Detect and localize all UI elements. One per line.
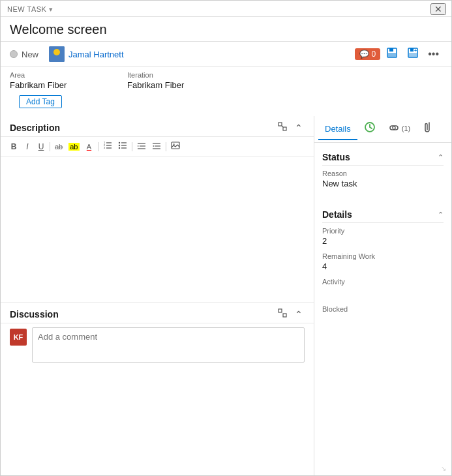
activity-label: Activity bbox=[322, 278, 444, 286]
reason-value[interactable]: New task bbox=[322, 179, 444, 188]
blocked-value[interactable] bbox=[322, 314, 444, 326]
status-header: Status ⌃ bbox=[322, 148, 444, 166]
svg-rect-12 bbox=[279, 123, 282, 126]
highlight-button[interactable]: ab bbox=[66, 141, 82, 152]
description-editor[interactable] bbox=[1, 156, 128, 300]
priority-field: Priority 2 bbox=[322, 227, 444, 246]
blocked-field: Blocked bbox=[322, 305, 444, 326]
svg-text:3: 3 bbox=[104, 146, 106, 149]
details-chevron[interactable]: ⌃ bbox=[438, 211, 444, 219]
svg-point-3 bbox=[54, 50, 59, 55]
resize-handle[interactable]: ↘ bbox=[441, 465, 449, 473]
links-count: (1) bbox=[402, 125, 410, 132]
underline-button[interactable]: U bbox=[35, 141, 48, 153]
discussion-header: Discussion ⌃ bbox=[1, 303, 314, 323]
toolbar-divider-3 bbox=[132, 142, 132, 151]
iteration-value[interactable]: Fabrikam Fiber bbox=[127, 79, 245, 91]
page-title-row: Welcome screen bbox=[1, 17, 451, 42]
reason-label: Reason bbox=[322, 170, 444, 177]
history-icon bbox=[364, 121, 376, 136]
discussion-title: Discussion bbox=[10, 309, 59, 320]
new-task-label: NEW TASK bbox=[7, 5, 46, 13]
svg-line-14 bbox=[282, 126, 283, 127]
comment-icon: 💬 bbox=[359, 50, 369, 59]
status-section: Status ⌃ Reason New task bbox=[314, 143, 451, 200]
area-value[interactable]: Fabrikam Fiber bbox=[10, 79, 127, 91]
user-avatar: KF bbox=[10, 329, 27, 346]
comment-badge[interactable]: 💬 0 bbox=[355, 48, 381, 60]
assigned-to[interactable]: Jamal Hartnett bbox=[49, 46, 124, 62]
tab-attachments[interactable] bbox=[417, 117, 440, 142]
details-header: Details ⌃ bbox=[322, 205, 444, 223]
reason-field: Reason New task bbox=[322, 170, 444, 188]
svg-rect-7 bbox=[388, 53, 396, 57]
right-tabs: Details bbox=[314, 116, 451, 143]
status-dot bbox=[10, 50, 18, 58]
bold-button[interactable]: B bbox=[7, 141, 20, 153]
remaining-work-value[interactable]: 4 bbox=[322, 261, 444, 271]
collapse-description-button[interactable]: ⌃ bbox=[293, 122, 305, 134]
tab-history[interactable] bbox=[357, 116, 382, 142]
expand-discussion-button[interactable] bbox=[276, 308, 289, 320]
tab-details-label: Details bbox=[325, 124, 351, 134]
collapse-discussion-button[interactable]: ⌃ bbox=[293, 308, 305, 320]
avatar bbox=[49, 46, 65, 62]
description-header: Description ⌃ bbox=[1, 116, 314, 137]
add-tag-row: Add Tag bbox=[1, 94, 451, 116]
svg-marker-30 bbox=[138, 145, 139, 147]
ordered-list-button[interactable]: 1 2 3 bbox=[100, 140, 115, 153]
remaining-work-field: Remaining Work 4 bbox=[322, 252, 444, 271]
comment-input[interactable] bbox=[32, 327, 305, 363]
save-as-button[interactable]: + bbox=[404, 46, 422, 63]
link-icon bbox=[389, 123, 399, 135]
save-button[interactable] bbox=[383, 46, 401, 63]
pin-icon[interactable]: ▾ bbox=[49, 5, 53, 14]
tab-links[interactable]: (1) bbox=[382, 117, 417, 141]
svg-text:+: + bbox=[414, 48, 417, 53]
indent-increase-button[interactable] bbox=[149, 141, 164, 153]
svg-rect-13 bbox=[283, 127, 286, 130]
toolbar-divider-4 bbox=[166, 142, 166, 151]
toolbar-divider-1 bbox=[50, 142, 50, 151]
tab-details[interactable]: Details bbox=[318, 119, 357, 140]
svg-rect-6 bbox=[389, 48, 393, 52]
comment-icon-wrap: 💬 0 + ••• bbox=[355, 46, 443, 63]
priority-value[interactable]: 2 bbox=[322, 236, 444, 246]
left-panel: Description ⌃ B I bbox=[1, 116, 314, 475]
description-icons: ⌃ bbox=[276, 121, 305, 134]
italic-button[interactable]: I bbox=[21, 141, 34, 153]
assignee-name: Jamal Hartnett bbox=[68, 50, 124, 59]
svg-rect-38 bbox=[283, 314, 286, 317]
status-chevron[interactable]: ⌃ bbox=[438, 153, 444, 162]
more-button[interactable]: ••• bbox=[425, 47, 442, 61]
svg-marker-34 bbox=[153, 145, 154, 147]
unordered-list-button[interactable] bbox=[115, 140, 130, 153]
close-button[interactable]: ✕ bbox=[430, 3, 446, 15]
strikethrough-button[interactable]: ab bbox=[52, 141, 65, 152]
priority-label: Priority bbox=[322, 227, 444, 235]
main-window: NEW TASK ▾ ✕ Welcome screen New bbox=[0, 0, 452, 476]
expand-description-button[interactable] bbox=[276, 121, 289, 134]
activity-value[interactable] bbox=[322, 287, 444, 299]
description-toolbar: B I U ab ab A bbox=[1, 137, 314, 156]
title-bar: NEW TASK ▾ ✕ bbox=[1, 1, 451, 17]
indent-decrease-button[interactable] bbox=[134, 141, 149, 153]
discussion-section: Discussion ⌃ KF bbox=[1, 302, 314, 373]
page-title: Welcome screen bbox=[10, 22, 442, 37]
insert-image-button[interactable] bbox=[168, 140, 183, 153]
svg-rect-9 bbox=[410, 48, 414, 52]
comment-count: 0 bbox=[372, 50, 376, 59]
add-tag-button[interactable]: Add Tag bbox=[19, 95, 62, 108]
details-title: Details bbox=[322, 209, 352, 220]
status-badge[interactable]: New bbox=[10, 50, 38, 59]
blocked-label: Blocked bbox=[322, 305, 444, 313]
description-section: Description ⌃ B I bbox=[1, 116, 314, 302]
title-bar-left: NEW TASK ▾ bbox=[7, 5, 53, 14]
svg-point-25 bbox=[118, 145, 119, 146]
svg-point-26 bbox=[118, 147, 119, 149]
font-color-button[interactable]: A bbox=[83, 141, 96, 152]
main-content: Description ⌃ B I bbox=[1, 116, 451, 475]
meta-row: Area Fabrikam Fiber Iteration Fabrikam F… bbox=[1, 67, 451, 94]
svg-point-24 bbox=[118, 142, 119, 143]
attachment-icon bbox=[423, 122, 434, 136]
